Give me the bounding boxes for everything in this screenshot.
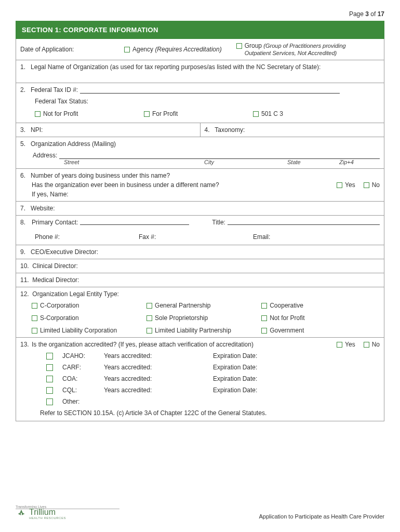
q8-email: Email: — [253, 233, 270, 241]
opt-gen-partnership: General Partnership — [155, 302, 210, 309]
agency-note: (Requires Accreditation) — [155, 46, 221, 53]
col-street: Street — [64, 159, 204, 165]
q10-num: 10. — [20, 262, 29, 270]
tax-id-input[interactable] — [80, 87, 340, 94]
q13-no-checkbox[interactable] — [364, 342, 369, 348]
opt-cooperative: Cooperative — [270, 302, 303, 309]
q2-text: Federal Tax ID #: — [31, 86, 78, 94]
llc-checkbox[interactable] — [32, 328, 37, 334]
other-checkbox[interactable] — [46, 398, 53, 405]
cql-checkbox[interactable] — [46, 387, 53, 394]
gen-partnership-checkbox[interactable] — [146, 303, 152, 309]
q1-num: 1. — [20, 63, 25, 71]
group-label: Group — [245, 42, 262, 49]
jcaho-exp: Expiration Date: — [213, 352, 257, 360]
q12-text: Organization Legal Entity Type: — [32, 290, 119, 298]
cql-label: CQL: — [62, 387, 104, 394]
footer: Transforming Lives Trillium HEALTH RESOU… — [16, 505, 384, 520]
q6-line1: Number of years doing business under thi… — [31, 172, 170, 179]
q11-num: 11. — [20, 276, 29, 284]
logo: Trillium HEALTH RESOURCES — [16, 508, 119, 520]
for-profit-checkbox[interactable] — [144, 111, 150, 117]
jcaho-years: Years accredited: — [104, 352, 213, 360]
q7-text: Website: — [31, 205, 55, 212]
q4-text: Taxonomy: — [215, 126, 245, 134]
q13-yes-checkbox[interactable] — [337, 342, 342, 348]
page-indicator: Page 3 of 17 — [16, 10, 384, 18]
q6-yes-checkbox[interactable] — [337, 182, 342, 188]
s-corp-checkbox[interactable] — [32, 315, 37, 321]
opt-c-corp: C-Corporation — [40, 302, 79, 309]
q2-num: 2. — [20, 86, 25, 94]
cooperative-checkbox[interactable] — [261, 303, 267, 309]
q8-num: 8. — [20, 219, 32, 226]
group-checkbox[interactable] — [236, 43, 242, 49]
nfp-checkbox[interactable] — [261, 315, 267, 321]
opt-not-for-profit: Not for Profit — [43, 110, 78, 117]
opt-llc: Limited Liability Corporation — [40, 327, 117, 334]
coa-checkbox[interactable] — [46, 376, 53, 382]
opt-for-profit: For Profit — [152, 110, 178, 117]
q5-num: 5. — [20, 140, 25, 148]
opt-nfp: Not for Profit — [270, 314, 304, 322]
carf-checkbox[interactable] — [46, 364, 53, 371]
address-input[interactable] — [59, 153, 380, 159]
agency-label: Agency — [132, 46, 153, 53]
q8-phone: Phone #: — [35, 233, 139, 241]
q6-line2: Has the organization ever been in busine… — [32, 181, 337, 189]
agency-checkbox[interactable] — [124, 47, 130, 52]
address-label: Address: — [33, 152, 57, 159]
trillium-logo-icon — [16, 508, 27, 520]
jcaho-checkbox[interactable] — [46, 353, 53, 360]
llp-checkbox[interactable] — [146, 328, 152, 334]
cql-years: Years accredited: — [104, 387, 213, 394]
primary-contact-input[interactable] — [80, 219, 189, 225]
q10-text: Clinical Director: — [32, 262, 77, 270]
q8-contact: Primary Contact: — [32, 219, 78, 226]
logo-sub: HEALTH RESOURCES — [29, 516, 66, 520]
col-zip: Zip+4 — [339, 159, 354, 165]
q6-no: No — [372, 181, 380, 189]
opt-501c3: 501 C 3 — [261, 110, 283, 117]
q5-text: Organization Address (Mailing) — [31, 140, 116, 148]
logo-name: Trillium — [29, 508, 66, 516]
coa-years: Years accredited: — [104, 375, 213, 382]
not-for-profit-checkbox[interactable] — [35, 111, 41, 117]
government-checkbox[interactable] — [261, 328, 267, 334]
opt-s-corp: S-Corporation — [40, 314, 79, 322]
q8-fax: Fax #: — [139, 233, 253, 241]
q3-num: 3. — [20, 126, 25, 134]
footer-right: Application to Participate as Health Car… — [259, 513, 384, 520]
q6-no-checkbox[interactable] — [364, 182, 369, 188]
q13-yes: Yes — [345, 341, 355, 348]
q9-text: CEO/Executive Director: — [31, 248, 98, 256]
sole-prop-checkbox[interactable] — [146, 315, 152, 321]
carf-exp: Expiration Date: — [213, 364, 257, 371]
coa-label: COA: — [62, 375, 104, 382]
q4-num: 4. — [205, 126, 210, 134]
col-state: State — [287, 159, 339, 165]
q12-num: 12. — [20, 290, 29, 298]
q11-text: Medical Director: — [32, 276, 79, 284]
other-label: Other: — [62, 398, 104, 405]
carf-label: CARF: — [62, 364, 104, 371]
q13-text: Is the organization accredited? (If yes,… — [32, 341, 337, 348]
501c3-checkbox[interactable] — [253, 111, 259, 117]
jcaho-label: JCAHO: — [62, 352, 104, 360]
q9-num: 9. — [20, 248, 25, 256]
q13-num: 13. — [20, 341, 32, 348]
opt-sole-prop: Sole Proprietorship — [155, 314, 208, 322]
title-input[interactable] — [228, 219, 380, 225]
c-corp-checkbox[interactable] — [32, 303, 37, 309]
cql-exp: Expiration Date: — [213, 387, 257, 394]
date-of-application-label: Date of Application: — [20, 46, 93, 53]
q6-yes: Yes — [345, 181, 355, 189]
coa-exp: Expiration Date: — [213, 375, 257, 382]
q8-title: Title: — [212, 219, 225, 226]
q7-num: 7. — [20, 205, 25, 212]
carf-years: Years accredited: — [104, 364, 213, 371]
col-city: City — [204, 159, 287, 165]
q13-refer: Refer to SECTION 10.15A. (c) Article 3A … — [40, 409, 380, 417]
opt-government: Government — [270, 327, 304, 334]
q6-num: 6. — [20, 172, 25, 179]
